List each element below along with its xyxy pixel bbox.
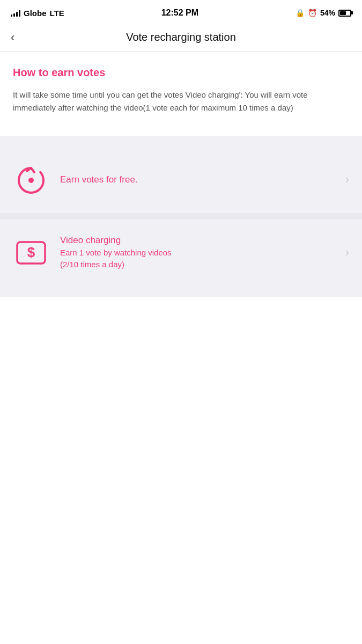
network-type-label: LTE	[50, 9, 64, 18]
signal-bar-3	[16, 12, 18, 17]
alarm-icon: ⏰	[308, 9, 317, 17]
video-charging-card[interactable]: $ Video charging Earn 1 vote by watching…	[0, 219, 362, 286]
signal-bar-2	[13, 13, 15, 17]
svg-text:$: $	[27, 244, 35, 260]
free-votes-text: Earn votes for free.	[60, 174, 335, 185]
video-charging-chevron-icon: ›	[345, 246, 349, 260]
battery-icon	[338, 10, 351, 17]
main-content: How to earn votes It will take some time…	[0, 52, 362, 114]
cards-section: Earn votes for free. › $ Video charging …	[0, 136, 362, 297]
free-votes-chevron-icon: ›	[345, 173, 349, 187]
lock-icon: 🔒	[295, 9, 305, 17]
signal-bar-4	[19, 10, 20, 17]
refresh-icon	[13, 162, 49, 198]
page-title: Vote recharging station	[126, 31, 236, 43]
battery-percent-label: 54%	[320, 9, 335, 17]
status-bar: Globe LTE 12:52 PM 🔒 ⏰ 54%	[0, 0, 362, 24]
status-right: 🔒 ⏰ 54%	[295, 9, 351, 17]
back-button[interactable]: ‹	[11, 32, 14, 43]
page-header: ‹ Vote recharging station	[0, 24, 362, 52]
svg-point-0	[28, 178, 34, 183]
earn-free-votes-card[interactable]: Earn votes for free. ›	[0, 147, 362, 213]
section-title: How to earn votes	[13, 67, 349, 79]
status-time: 12:52 PM	[161, 8, 198, 18]
video-charging-text: Video charging Earn 1 vote by watching v…	[60, 235, 335, 271]
carrier-label: Globe	[24, 9, 47, 18]
description-text: It will take some time until you can get…	[13, 89, 349, 114]
video-charging-sublabel: Earn 1 vote by watching videos(2/10 time…	[60, 247, 335, 271]
video-charging-label: Video charging	[60, 235, 335, 246]
status-left: Globe LTE	[11, 9, 64, 18]
signal-bar-1	[11, 14, 12, 17]
free-votes-label: Earn votes for free.	[60, 174, 335, 185]
card-divider	[0, 213, 362, 219]
signal-bars-icon	[11, 9, 20, 17]
dollar-icon: $	[13, 235, 49, 271]
